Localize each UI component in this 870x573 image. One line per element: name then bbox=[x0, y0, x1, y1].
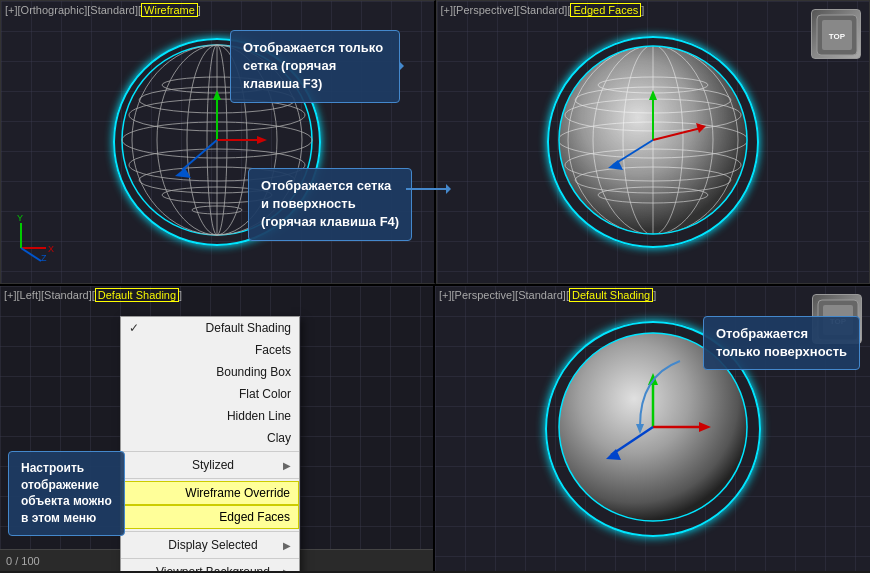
svg-line-23 bbox=[21, 248, 41, 261]
viewport-bottom-right[interactable]: [+][Perspective][Standard][Default Shadi… bbox=[435, 286, 870, 571]
menu-separator-3 bbox=[121, 531, 299, 532]
viewport-top-left-label[interactable]: [+][Orthographic][Standard][Wireframe] bbox=[5, 4, 201, 16]
menu-item-facets[interactable]: Facets bbox=[121, 339, 299, 361]
menu-item-default-shading[interactable]: Default Shading bbox=[121, 317, 299, 339]
bottom-row: [+][Left][Standard][Default Shading] Def… bbox=[0, 286, 870, 571]
viewport-bottom-left-label[interactable]: [+][Left][Standard][Default Shading] bbox=[4, 289, 182, 301]
viewport-top-right-label[interactable]: [+][Perspective][Standard][Edged Faces] bbox=[441, 4, 645, 16]
selection-ring-tr bbox=[547, 36, 759, 248]
viewport-bottom-left[interactable]: [+][Left][Standard][Default Shading] Def… bbox=[0, 286, 435, 571]
menu-item-display-selected[interactable]: Display Selected ▶ bbox=[121, 534, 299, 556]
menu-item-viewport-background[interactable]: Viewport Background ▶ bbox=[121, 561, 299, 571]
callout-wireframe: Отображается только сетка (горячая клави… bbox=[230, 30, 400, 103]
svg-marker-51 bbox=[446, 184, 451, 194]
menu-item-bounding-box[interactable]: Bounding Box bbox=[121, 361, 299, 383]
callout-edgedfaces: Отображается сеткаи поверхность(горячая … bbox=[248, 168, 412, 241]
svg-text:TOP: TOP bbox=[829, 32, 846, 41]
menu-item-flat-color[interactable]: Flat Color bbox=[121, 383, 299, 405]
context-menu: Default Shading Facets Bounding Box Flat… bbox=[120, 316, 300, 571]
viewport-bottom-right-label[interactable]: [+][Perspective][Standard][Default Shadi… bbox=[439, 289, 656, 301]
top-row: [+][Orthographic][Standard][Wireframe] bbox=[0, 0, 870, 286]
status-text: 0 / 100 bbox=[6, 555, 40, 567]
menu-separator-2 bbox=[121, 478, 299, 479]
viewport-top-right[interactable]: [+][Perspective][Standard][Edged Faces] … bbox=[436, 0, 871, 284]
callout-arrow-svg bbox=[406, 179, 451, 199]
svg-text:X: X bbox=[48, 244, 54, 254]
navicube-tr[interactable]: TOP bbox=[811, 9, 861, 59]
navicube-svg: TOP bbox=[812, 10, 862, 60]
menu-item-hidden-line[interactable]: Hidden Line bbox=[121, 405, 299, 427]
svg-text:Y: Y bbox=[17, 213, 23, 223]
menu-item-wireframe-override[interactable]: Wireframe Override bbox=[121, 481, 299, 505]
callout-shading: Отображаетсятолько поверхность bbox=[703, 316, 860, 370]
menu-separator-4 bbox=[121, 558, 299, 559]
menu-item-clay[interactable]: Clay bbox=[121, 427, 299, 449]
menu-item-edged-faces[interactable]: Edged Faces bbox=[121, 505, 299, 529]
callout-menu-hint: Настроитьотображениеобъекта можнов этом … bbox=[8, 451, 125, 536]
axes-indicator-tl: X Y Z bbox=[11, 213, 71, 273]
edgedfaces-sphere-container bbox=[553, 40, 753, 244]
svg-text:Z: Z bbox=[41, 253, 47, 263]
menu-item-stylized[interactable]: Stylized ▶ bbox=[121, 454, 299, 476]
menu-separator-1 bbox=[121, 451, 299, 452]
